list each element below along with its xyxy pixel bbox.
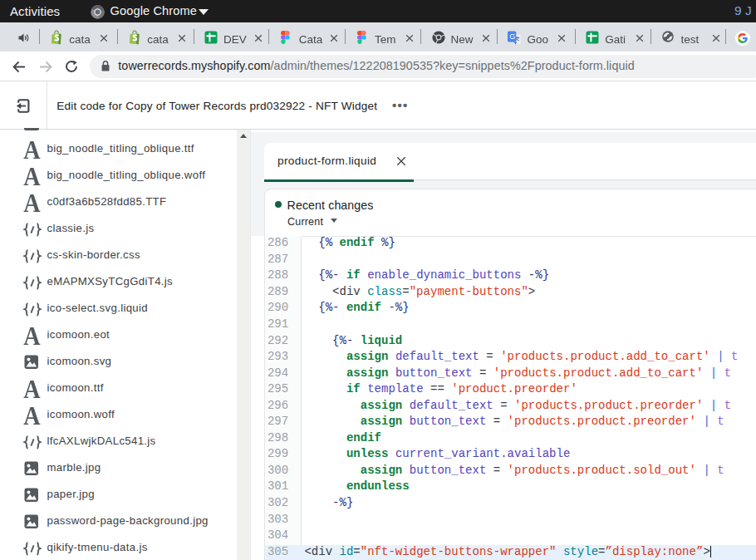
svg-text:G: G xyxy=(510,32,516,41)
